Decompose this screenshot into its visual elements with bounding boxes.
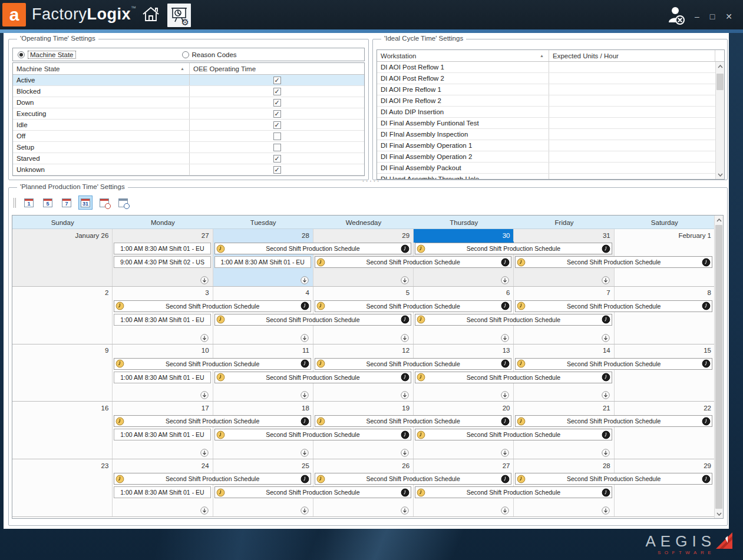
expected-units-per-hour-value[interactable]: 0: [549, 140, 724, 151]
workstation-row[interactable]: DI Final Assembly Operation 10: [377, 140, 724, 151]
machine-state-row[interactable]: Starved✓: [13, 153, 364, 164]
more-events-indicator[interactable]: [300, 449, 309, 457]
calendar-day-cell[interactable]: 23: [12, 459, 113, 516]
more-events-indicator[interactable]: [200, 276, 209, 284]
more-events-indicator[interactable]: [200, 449, 209, 457]
scroll-up-button[interactable]: [716, 62, 724, 71]
work-week-view-button[interactable]: 5: [41, 195, 55, 210]
column-header-oee-operating-time[interactable]: OEE Operating Time: [190, 63, 364, 74]
schedule-appointment[interactable]: Second Shift Production Schedule: [214, 429, 412, 440]
workstation-row[interactable]: DI Final Assembly Operation 20: [377, 151, 724, 163]
more-events-indicator[interactable]: [300, 391, 309, 399]
calendar-day-cell[interactable]: 2: [12, 287, 113, 344]
oee-operating-time-checkbox[interactable]: ✓: [273, 77, 281, 84]
expected-units-per-hour-value[interactable]: 0: [549, 73, 724, 84]
more-events-indicator[interactable]: [401, 334, 409, 342]
schedule-appointment[interactable]: Second Shift Production Schedule: [114, 473, 311, 485]
more-events-indicator[interactable]: [501, 276, 509, 284]
oee-operating-time-checkbox[interactable]: ✓: [273, 166, 281, 174]
workstation-row[interactable]: DI AOI Post Reflow 10: [377, 62, 724, 73]
schedule-appointment[interactable]: Second Shift Production Schedule: [214, 314, 412, 326]
shift-appointment[interactable]: 1:00 AM 8:30 AM Shift 01 - EU: [114, 372, 210, 383]
workstation-row[interactable]: DI Hand Assembly Through Hole0: [377, 174, 724, 179]
shift-appointment[interactable]: 1:00 AM 8:30 AM Shift 01 - EU: [214, 256, 311, 268]
schedule-appointment[interactable]: Second Shift Production Schedule: [114, 358, 311, 370]
schedule-appointment[interactable]: Second Shift Production Schedule: [515, 473, 712, 485]
schedule-appointment[interactable]: Second Shift Production Schedule: [315, 358, 512, 370]
month-view-button[interactable]: 31: [78, 195, 93, 210]
schedule-appointment[interactable]: Second Shift Production Schedule: [415, 372, 612, 383]
day-view-button[interactable]: 1: [22, 195, 36, 210]
expected-units-per-hour-value[interactable]: 0: [549, 118, 724, 128]
workstation-row[interactable]: DI AOI Post Reflow 20: [377, 73, 724, 84]
schedule-appointment[interactable]: Second Shift Production Schedule: [515, 300, 712, 312]
more-events-indicator[interactable]: [300, 334, 309, 342]
oee-operating-time-checkbox[interactable]: [273, 144, 281, 151]
radio-machine-state[interactable]: Machine State: [18, 51, 76, 59]
minimize-button[interactable]: –: [695, 12, 699, 21]
column-header-workstation[interactable]: Workstation ▲: [377, 50, 549, 61]
calendar-day-cell[interactable]: 9: [12, 344, 113, 402]
schedule-appointment[interactable]: Second Shift Production Schedule: [315, 415, 512, 427]
calendar-scrollbar[interactable]: [714, 216, 723, 518]
column-header-expected-units[interactable]: Expected Units / Hour: [549, 50, 715, 61]
workstation-row[interactable]: DI FInal Assembly Inspection0: [377, 129, 724, 140]
scroll-thumb[interactable]: [715, 225, 722, 509]
expected-units-per-hour-value[interactable]: 0: [549, 95, 724, 106]
more-events-indicator[interactable]: [602, 334, 610, 342]
schedule-appointment[interactable]: Second Shift Production Schedule: [515, 415, 712, 427]
schedule-appointment[interactable]: Second Shift Production Schedule: [315, 300, 512, 312]
more-events-indicator[interactable]: [401, 276, 409, 284]
more-events-indicator[interactable]: [501, 449, 509, 457]
machine-state-row[interactable]: Down✓: [13, 97, 364, 108]
oee-operating-time-checkbox[interactable]: ✓: [273, 121, 281, 129]
more-events-indicator[interactable]: [501, 334, 509, 342]
more-events-indicator[interactable]: [200, 334, 209, 342]
workstation-row[interactable]: DI Final Assembly Packout0: [377, 163, 724, 174]
expected-units-per-hour-value[interactable]: 0: [549, 62, 724, 72]
schedule-appointment[interactable]: Second Shift Production Schedule: [515, 358, 712, 370]
time-scale-view-button[interactable]: [116, 195, 130, 210]
calendar-day-cell[interactable]: 8: [615, 287, 715, 344]
shift-appointment[interactable]: 1:00 AM 8:30 AM Shift 01 - EU: [114, 429, 210, 440]
radio-reason-codes[interactable]: Reason Codes: [182, 51, 237, 58]
more-events-indicator[interactable]: [401, 449, 409, 457]
expected-units-per-hour-value[interactable]: 0: [549, 163, 724, 173]
workstation-row[interactable]: DI Auto DIP Insertion0: [377, 107, 724, 118]
week-view-button[interactable]: 7: [60, 195, 74, 210]
schedule-appointment[interactable]: Second Shift Production Schedule: [415, 429, 612, 440]
schedule-appointment[interactable]: Second Shift Production Schedule: [315, 473, 512, 485]
calendar-day-cell[interactable]: 15: [615, 344, 715, 402]
schedule-appointment[interactable]: Second Shift Production Schedule: [415, 314, 612, 326]
scroll-up-button[interactable]: [715, 216, 723, 224]
oee-settings-button[interactable]: ⚙: [167, 4, 191, 27]
more-events-indicator[interactable]: [200, 506, 209, 515]
more-events-indicator[interactable]: [602, 506, 610, 515]
workstation-row[interactable]: DI Final Assembly Funtional Test0: [377, 118, 724, 129]
schedule-appointment[interactable]: Second Shift Production Schedule: [315, 256, 512, 268]
schedule-appointment[interactable]: Second Shift Production Schedule: [515, 256, 712, 268]
more-events-indicator[interactable]: [300, 506, 309, 515]
expected-units-per-hour-value[interactable]: 0: [549, 107, 724, 117]
scroll-thumb[interactable]: [716, 74, 724, 90]
oee-operating-time-checkbox[interactable]: ✓: [273, 99, 281, 107]
timeline-view-button[interactable]: [97, 195, 111, 210]
schedule-appointment[interactable]: Second Shift Production Schedule: [415, 243, 612, 254]
more-events-indicator[interactable]: [602, 391, 610, 399]
calendar-day-cell[interactable]: 22: [615, 402, 715, 459]
schedule-appointment[interactable]: Second Shift Production Schedule: [214, 243, 412, 254]
shift-appointment[interactable]: 1:00 AM 8:30 AM Shift 01 - EU: [114, 486, 210, 498]
expected-units-per-hour-value[interactable]: 0: [549, 151, 724, 162]
machine-state-row[interactable]: Setup: [13, 142, 364, 153]
machine-state-row[interactable]: Unknown✓: [13, 164, 364, 175]
shift-appointment[interactable]: 1:00 AM 8:30 AM Shift 01 - EU: [114, 243, 210, 254]
scroll-down-button[interactable]: [715, 509, 723, 518]
workstation-table-scrollbar[interactable]: [715, 62, 724, 179]
workstation-row[interactable]: DI AOI Pre Reflow 20: [377, 95, 724, 107]
horizontal-splitter[interactable]: ·····: [359, 178, 383, 183]
more-events-indicator[interactable]: [602, 449, 610, 457]
shift-appointment[interactable]: 9:00 AM 4:30 PM Shift 02 - US: [114, 256, 210, 268]
expected-units-per-hour-value[interactable]: 0: [549, 84, 724, 95]
workstation-row[interactable]: DI AOI Pre Reflow 10: [377, 84, 724, 95]
oee-operating-time-checkbox[interactable]: ✓: [273, 110, 281, 118]
